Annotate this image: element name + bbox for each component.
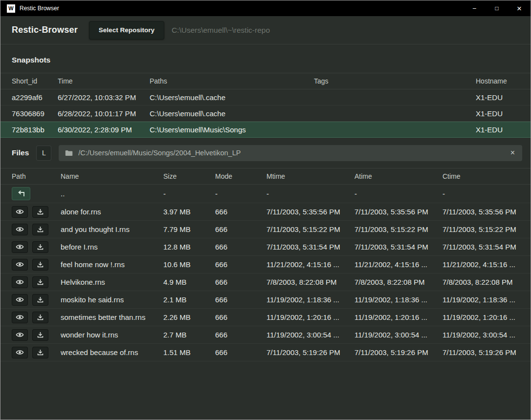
download-file-button[interactable]	[32, 259, 48, 271]
file-row[interactable]: Helvikone.rns 4.9 MB 666 7/8/2003, 8:22:…	[0, 273, 531, 291]
eye-icon	[16, 209, 24, 215]
column-header-short-id[interactable]: Short_id	[12, 77, 58, 85]
preview-file-button[interactable]	[12, 329, 28, 341]
file-mtime: 11/21/2002, 4:15:16 ...	[266, 260, 354, 269]
snapshots-table-header: Short_id Time Paths Tags Hostname	[0, 73, 531, 89]
eye-icon	[16, 296, 24, 303]
download-icon	[37, 314, 44, 321]
column-header-name[interactable]: Name	[61, 172, 163, 180]
download-file-button[interactable]	[32, 312, 48, 323]
file-atime: 7/11/2003, 5:31:54 PM	[354, 243, 442, 251]
files-view-toggle-button[interactable]: L	[36, 146, 51, 161]
file-ctime: 11/19/2002, 1:18:36 ...	[442, 295, 519, 304]
file-row-actions	[12, 206, 61, 218]
file-ctime: 7/11/2003, 5:19:26 PM	[442, 348, 519, 357]
snapshots-table-body: a2299af6 6/27/2022, 10:03:32 PM C:\Users…	[0, 89, 531, 138]
download-file-button[interactable]	[32, 241, 48, 253]
file-size: -	[163, 189, 215, 198]
preview-file-button[interactable]	[12, 206, 28, 218]
preview-file-button[interactable]	[12, 312, 28, 323]
eye-icon	[16, 244, 24, 250]
file-row[interactable]: wrecked because of.rns 1.51 MB 666 7/11/…	[0, 344, 531, 361]
file-size: 2.1 MB	[163, 295, 215, 304]
select-repository-button[interactable]: Select Repository	[89, 21, 164, 40]
file-mtime: 7/11/2003, 5:19:26 PM	[266, 348, 354, 357]
download-file-button[interactable]	[32, 206, 48, 218]
download-file-button[interactable]	[32, 276, 48, 288]
column-header-time[interactable]: Time	[58, 77, 150, 85]
preview-file-button[interactable]	[12, 259, 28, 271]
column-header-paths[interactable]: Paths	[150, 77, 314, 85]
file-row-actions	[12, 241, 61, 253]
file-atime: 11/19/2002, 1:20:16 ...	[354, 313, 442, 321]
eye-icon	[16, 349, 24, 356]
close-button[interactable]: ×	[508, 0, 531, 16]
file-size: 4.9 MB	[163, 278, 215, 286]
snapshot-short-id: 72b813bb	[12, 126, 58, 134]
preview-file-button[interactable]	[12, 294, 28, 306]
snapshot-paths: C:\Users\emuell\.cache	[150, 109, 314, 118]
folder-icon	[65, 150, 73, 156]
file-row-actions	[12, 259, 61, 271]
column-header-tags[interactable]: Tags	[314, 77, 476, 85]
titlebar: W Restic Browser − □ ×	[0, 0, 531, 16]
file-row-actions	[12, 312, 61, 323]
snapshot-hostname: X1-EDU	[476, 126, 519, 134]
file-row[interactable]: wonder how it.rns 2.7 MB 666 11/19/2002,…	[0, 326, 531, 344]
file-mode: 666	[215, 295, 266, 304]
file-path-bar[interactable]: /C:/Users/emuell/Music/Songs/2004_Helvet…	[59, 145, 522, 161]
maximize-button[interactable]: □	[486, 0, 508, 16]
column-header-size[interactable]: Size	[163, 172, 215, 180]
file-row[interactable]: sometimes better than.rns 2.26 MB 666 11…	[0, 309, 531, 326]
snapshot-row[interactable]: 76306869 6/28/2022, 10:01:17 PM C:\Users…	[0, 105, 531, 122]
download-file-button[interactable]	[32, 329, 48, 341]
download-icon	[37, 208, 44, 215]
file-mtime: 11/19/2002, 1:20:16 ...	[266, 313, 354, 321]
file-size: 7.79 MB	[163, 225, 215, 233]
preview-file-button[interactable]	[12, 224, 28, 235]
file-row[interactable]: alone for.rns 3.97 MB 666 7/11/2003, 5:3…	[0, 203, 531, 221]
file-name: wrecked because of.rns	[61, 348, 163, 357]
preview-file-button[interactable]	[12, 241, 28, 253]
file-mode: 666	[215, 208, 266, 216]
column-header-ctime[interactable]: Ctime	[442, 172, 519, 180]
parent-directory-row[interactable]: .. - - - - -	[0, 185, 531, 203]
file-size: 1.51 MB	[163, 348, 215, 357]
file-ctime: -	[442, 189, 519, 198]
file-ctime: 7/11/2003, 5:15:22 PM	[442, 225, 519, 233]
eye-icon	[16, 261, 24, 268]
file-row[interactable]: before I.rns 12.8 MB 666 7/11/2003, 5:31…	[0, 238, 531, 256]
up-directory-button[interactable]	[12, 187, 30, 200]
snapshot-row[interactable]: 72b813bb 6/30/2022, 2:28:09 PM C:\Users\…	[0, 122, 531, 138]
snapshot-short-id: a2299af6	[12, 93, 58, 102]
file-name: wonder how it.rns	[61, 331, 163, 339]
column-header-atime[interactable]: Atime	[354, 172, 442, 180]
clear-path-button[interactable]: ×	[509, 149, 516, 157]
file-mode: 666	[215, 331, 266, 339]
window-controls: − □ ×	[463, 0, 531, 16]
snapshots-section: Snapshots Short_id Time Paths Tags Hostn…	[0, 44, 531, 138]
download-file-button[interactable]	[32, 294, 48, 306]
column-header-hostname[interactable]: Hostname	[476, 77, 519, 85]
download-file-button[interactable]	[32, 224, 48, 235]
file-row[interactable]: feel home now !.rns 10.6 MB 666 11/21/20…	[0, 256, 531, 273]
file-mode: 666	[215, 260, 266, 269]
column-header-mtime[interactable]: Mtime	[266, 172, 354, 180]
file-row[interactable]: moskito he said.rns 2.1 MB 666 11/19/200…	[0, 291, 531, 309]
column-header-mode[interactable]: Mode	[215, 172, 266, 180]
download-file-button[interactable]	[32, 347, 48, 358]
download-icon	[37, 243, 44, 251]
maximize-icon: □	[495, 5, 498, 11]
column-header-path[interactable]: Path	[12, 172, 61, 180]
minimize-button[interactable]: −	[463, 0, 486, 16]
preview-file-button[interactable]	[12, 347, 28, 358]
snapshot-row[interactable]: a2299af6 6/27/2022, 10:03:32 PM C:\Users…	[0, 89, 531, 105]
file-mtime: 7/8/2003, 8:22:08 PM	[266, 278, 354, 286]
snapshot-hostname: X1-EDU	[476, 93, 519, 102]
file-row[interactable]: and you thought I.rns 7.79 MB 666 7/11/2…	[0, 221, 531, 238]
file-mtime: 11/19/2002, 3:00:54 ...	[266, 331, 354, 339]
file-row-actions	[12, 347, 61, 358]
file-ctime: 11/21/2002, 4:15:16 ...	[442, 260, 519, 269]
preview-file-button[interactable]	[12, 276, 28, 288]
snapshot-paths: C:\Users\emuell\.cache	[150, 93, 314, 102]
